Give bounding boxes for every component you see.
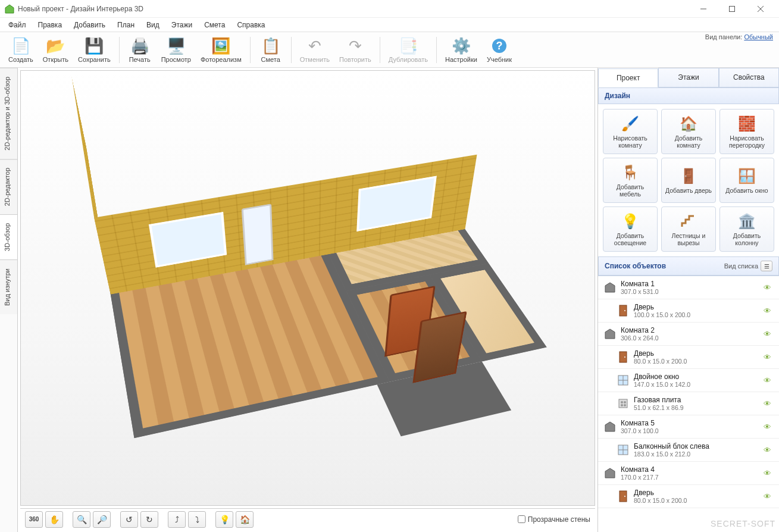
object-item[interactable]: Дверь 80.0 x 15.0 x 200.0 👁 [598, 485, 779, 508]
svg-point-20 [624, 404, 626, 406]
menu-file[interactable]: Файл [2, 18, 32, 32]
objects-list[interactable]: Комната 1 307.0 x 531.0 👁 Дверь 100.0 x … [598, 276, 779, 532]
menu-view[interactable]: Вид [140, 18, 165, 32]
object-item[interactable]: Комната 2 306.0 x 264.0 👁 [598, 323, 779, 346]
visibility-toggle[interactable]: 👁 [764, 376, 774, 385]
object-item[interactable]: Дверь 80.0 x 15.0 x 200.0 👁 [598, 346, 779, 369]
home-button[interactable]: 🏠 [236, 511, 254, 528]
tilt-down-button[interactable]: ⤵ [188, 511, 206, 528]
object-item[interactable]: Комната 5 307.0 x 100.0 👁 [598, 415, 779, 439]
close-button[interactable] [747, 0, 774, 18]
rotate-left-button[interactable]: ↺ [120, 511, 138, 528]
object-item[interactable]: Балконный блок слева 183.0 x 15.0 x 212.… [598, 439, 779, 462]
pan-button[interactable]: ✋ [45, 511, 63, 528]
preview-button[interactable]: 🖥️Просмотр [157, 35, 196, 64]
object-name: Двойное окно [634, 373, 764, 381]
vtab-3d[interactable]: 3D-обзор [0, 214, 17, 259]
room-icon [603, 420, 617, 434]
save-icon: 💾 [85, 36, 104, 55]
menu-add[interactable]: Добавить [68, 18, 111, 32]
bulb-icon: 💡 [220, 515, 230, 524]
open-button[interactable]: 📂Открыть [38, 35, 73, 64]
room-icon [603, 327, 617, 341]
light-toggle-button[interactable]: 💡 [215, 511, 233, 528]
create-button[interactable]: 📄Создать [4, 35, 38, 64]
menu-plan[interactable]: План [111, 18, 140, 32]
watermark: SECRET-SOFT [711, 519, 775, 528]
tab-props[interactable]: Свойства [719, 68, 779, 87]
object-name: Газовая плита [634, 396, 764, 404]
menu-help[interactable]: Справка [231, 18, 271, 32]
visibility-toggle[interactable]: 👁 [764, 399, 774, 408]
save-button[interactable]: 💾Сохранить [73, 35, 115, 64]
object-item[interactable]: Газовая плита 51.0 x 62.1 x 86.9 👁 [598, 392, 779, 415]
add-room-button[interactable]: 🏠Добавить комнату [661, 109, 716, 154]
object-item[interactable]: Комната 4 170.0 x 217.7 👁 [598, 462, 779, 485]
tutorial-button[interactable]: ?Учебник [482, 35, 517, 64]
menu-estimate[interactable]: Смета [198, 18, 231, 32]
add-window-button[interactable]: 🪟Добавить окно [719, 158, 774, 203]
menu-floors[interactable]: Этажи [165, 18, 198, 32]
copy-icon: 📑 [399, 36, 418, 55]
printer-icon: 🖨️ [130, 36, 149, 55]
vtab-inside[interactable]: Вид изнутри [0, 259, 17, 314]
transparent-walls-checkbox[interactable]: Прозрачные стены [518, 515, 590, 524]
door-icon: 🚪 [679, 167, 698, 186]
visibility-toggle[interactable]: 👁 [764, 283, 774, 292]
visibility-toggle[interactable]: 👁 [764, 353, 774, 362]
menu-edit[interactable]: Правка [32, 18, 68, 32]
object-item[interactable]: Дверь 100.0 x 15.0 x 200.0 👁 [598, 299, 779, 323]
stove-icon [616, 396, 630, 411]
add-door-button[interactable]: 🚪Добавить дверь [661, 158, 716, 203]
print-button[interactable]: 🖨️Печать [123, 35, 157, 64]
duplicate-button[interactable]: 📑Дублировать [384, 35, 433, 64]
visibility-toggle[interactable]: 👁 [764, 469, 774, 478]
list-view-button[interactable]: ☰ [761, 261, 772, 271]
draw-partition-button[interactable]: 🧱Нарисовать перегородку [719, 109, 774, 154]
visibility-toggle[interactable]: 👁 [764, 306, 774, 315]
tab-floors[interactable]: Этажи [658, 68, 718, 87]
tilt-up-button[interactable]: ⤴ [168, 511, 186, 528]
zoom-in-button[interactable]: 🔍 [73, 511, 90, 528]
maximize-button[interactable] [718, 0, 746, 18]
visibility-toggle[interactable]: 👁 [764, 446, 774, 455]
svg-rect-2 [730, 6, 735, 11]
object-name: Комната 5 [621, 419, 764, 427]
settings-button[interactable]: ⚙️Настройки [440, 35, 482, 64]
redo-button[interactable]: ↷Повторить [334, 35, 376, 64]
add-light-button[interactable]: 💡Добавить освещение [603, 206, 658, 252]
visibility-toggle[interactable]: 👁 [764, 423, 774, 431]
minimize-button[interactable] [690, 0, 717, 18]
rotate-right-button[interactable]: ↻ [140, 511, 158, 528]
object-name: Дверь [634, 349, 764, 358]
pencil-room-icon: 🖌️ [621, 114, 640, 133]
add-column-button[interactable]: 🏛️Добавить колонну [719, 206, 774, 252]
add-furniture-button[interactable]: 🪑Добавить мебель [603, 158, 658, 203]
estimate-button[interactable]: 📋Смета [254, 35, 287, 64]
brick-wall-icon: 🧱 [737, 114, 756, 133]
object-item[interactable]: Двойное окно 147.0 x 15.0 x 142.0 👁 [598, 369, 779, 392]
visibility-toggle[interactable]: 👁 [764, 330, 774, 339]
viewport-3d[interactable] [20, 70, 595, 506]
vertical-tabs: 2D-редактор и 3D-обзор 2D-редактор 3D-об… [0, 68, 18, 532]
tilt-up-icon: ⤴ [175, 515, 179, 524]
visibility-toggle[interactable]: 👁 [764, 492, 774, 501]
object-name: Дверь [634, 489, 764, 497]
vtab-2d[interactable]: 2D-редактор [0, 159, 17, 214]
object-name: Комната 2 [621, 326, 764, 334]
panel-mode-link[interactable]: Обычный [744, 33, 773, 40]
clipboard-icon: 📋 [261, 36, 280, 55]
object-item[interactable]: Комната 1 307.0 x 531.0 👁 [598, 276, 779, 299]
zoom-out-button[interactable]: 🔎 [93, 511, 111, 528]
view-360-button[interactable]: 360 [25, 511, 43, 528]
undo-button[interactable]: ↶Отменить [295, 35, 334, 64]
photoreal-button[interactable]: 🖼️Фотореализм [196, 35, 246, 64]
add-room-icon: 🏠 [679, 114, 698, 133]
rotate-360-icon: 360 [29, 516, 39, 522]
stairs-button[interactable]: Лестницы и вырезы [661, 206, 716, 252]
vtab-combo[interactable]: 2D-редактор и 3D-обзор [0, 68, 17, 159]
light-icon: 💡 [621, 212, 640, 231]
draw-room-button[interactable]: 🖌️Нарисовать комнату [603, 109, 658, 154]
tab-project[interactable]: Проект [598, 68, 658, 87]
object-dimensions: 306.0 x 264.0 [621, 334, 764, 342]
